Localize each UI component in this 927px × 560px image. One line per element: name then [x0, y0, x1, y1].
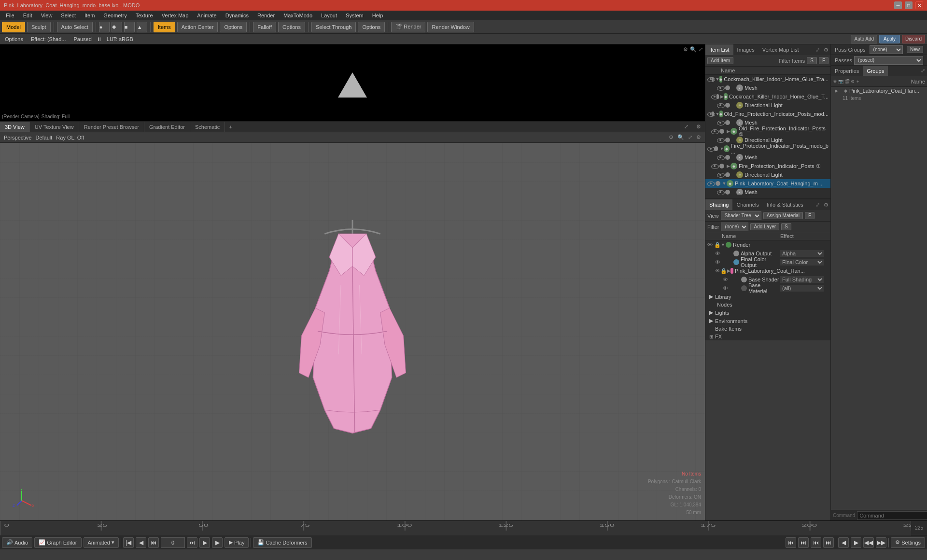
menu-maxtomodo[interactable]: MaxToModo: [280, 12, 316, 19]
menu-view[interactable]: View: [37, 12, 56, 19]
tab-render-preset[interactable]: Render Preset Browser: [79, 122, 144, 132]
preview-settings-icon[interactable]: ⚙: [683, 46, 688, 53]
item-row[interactable]: ▶ ◆ Cockroach_Killer_Indoor_Home_Glue_T.…: [705, 92, 830, 101]
discard-button[interactable]: Discard: [902, 35, 925, 43]
vp-settings[interactable]: ⚙: [696, 134, 701, 140]
item-row[interactable]: ☀ Directional Light: [705, 101, 830, 110]
transport-3[interactable]: ⏮: [811, 537, 821, 548]
model-btn[interactable]: Model: [2, 22, 25, 32]
play-button[interactable]: ▶: [199, 537, 210, 548]
tab-info-statistics[interactable]: Info & Statistics: [763, 199, 807, 210]
transport-6[interactable]: ▶: [851, 537, 861, 548]
mode-icon-2[interactable]: ◆: [112, 22, 122, 32]
item-row[interactable]: ▼ ◆ Old_Fire_Protection_Indicator_Posts_…: [705, 110, 830, 118]
options-btn-1[interactable]: Options: [220, 22, 247, 32]
tab-vertex-map-list[interactable]: Vertex Map List: [758, 44, 803, 55]
options-btn-3[interactable]: Options: [358, 22, 385, 32]
library-section[interactable]: ▶ Library: [705, 293, 830, 301]
options-btn-2[interactable]: Options: [278, 22, 305, 32]
il-expand-icon[interactable]: ⤢: [814, 47, 822, 53]
viewport-settings-icon[interactable]: ⚙: [692, 124, 705, 130]
render-window-btn[interactable]: Render Window: [427, 22, 474, 32]
new-button[interactable]: New: [907, 46, 923, 53]
apply-button[interactable]: Apply: [879, 35, 900, 43]
mode-icon-4[interactable]: ▲: [137, 22, 147, 32]
transport-2[interactable]: ⏭: [798, 537, 809, 548]
shading-settings-icon[interactable]: ⚙: [822, 202, 830, 208]
maximize-button[interactable]: □: [905, 1, 913, 9]
items-btn[interactable]: Items: [154, 22, 175, 32]
falloff-btn[interactable]: Falloff: [253, 22, 276, 32]
item-row[interactable]: ▶ ◆ Old_Fire_Protection_Indicator_Posts …: [705, 127, 830, 136]
groups-expand-icon[interactable]: ⤢: [919, 68, 927, 74]
menu-select[interactable]: Select: [57, 12, 80, 19]
menu-item[interactable]: Item: [81, 12, 98, 19]
frame-number-input[interactable]: [161, 537, 185, 548]
tab-uv-texture[interactable]: UV Texture View: [30, 122, 79, 132]
assign-material-button[interactable]: Assign Material: [763, 212, 803, 219]
go-to-start-button[interactable]: |◀: [123, 537, 134, 548]
next-frame-button[interactable]: ▶: [212, 537, 223, 548]
minimize-button[interactable]: ─: [894, 1, 902, 9]
groups-content[interactable]: ▶ ◆ Pink_Laboratory_Coat_Han... 11 Items: [831, 87, 927, 298]
command-input[interactable]: [857, 511, 927, 520]
tab-shading[interactable]: Shading: [705, 199, 732, 210]
item-row[interactable]: ▪ Mesh: [705, 188, 830, 195]
select-through-btn[interactable]: Select Through: [311, 22, 356, 32]
menu-file[interactable]: File: [2, 12, 18, 19]
item-list-content[interactable]: ▼ ◆ Cockroach_Killer_Indoor_Home_Glue_Tr…: [705, 75, 830, 195]
menu-vertex-map[interactable]: Vertex Map: [158, 12, 193, 19]
viewport-canvas[interactable]: X Z Y No Items Polygons : Catmull-Clark …: [0, 143, 705, 520]
ray-gl-label[interactable]: Ray GL: Off: [56, 135, 84, 140]
menu-render[interactable]: Render: [253, 12, 279, 19]
menu-layout[interactable]: Layout: [317, 12, 341, 19]
f-shortcut-button[interactable]: F: [805, 212, 815, 219]
tab-3d-view[interactable]: 3D View: [0, 122, 30, 132]
shade-row-pink-mat[interactable]: 👁 🔒 ▶ Pink_Laboratory_Coat_Han...: [705, 266, 830, 275]
action-center-btn[interactable]: Action Center: [177, 22, 218, 32]
item-row-selected[interactable]: ▼ ◆ Pink_Laboratory_Coat_Hanging_m ...: [705, 179, 830, 188]
viewport-expand-icon[interactable]: ⤢: [680, 124, 692, 130]
nodes-section[interactable]: Nodes: [705, 301, 830, 308]
filter-select[interactable]: (none): [721, 223, 748, 231]
transport-4[interactable]: ⏭: [823, 537, 834, 548]
audio-button[interactable]: 🔊 Audio: [2, 537, 32, 548]
tab-item-list[interactable]: Item List: [705, 44, 733, 55]
cache-deformers-button[interactable]: 💾 Cache Deformers: [253, 537, 311, 548]
shading-list[interactable]: 👁 🔒 ▼ Render 👁 Alpha Output: [705, 240, 830, 293]
prev-frame-button[interactable]: ◀: [136, 537, 146, 548]
add-tab-button[interactable]: +: [225, 123, 236, 131]
item-list-s-btn[interactable]: S: [807, 57, 817, 64]
auto-add-button[interactable]: Auto Add: [851, 35, 877, 43]
shading-expand-icon[interactable]: ⤢: [814, 202, 822, 208]
tab-gradient-editor[interactable]: Gradient Editor: [144, 122, 190, 132]
base-material-effect-select[interactable]: (all): [780, 285, 824, 292]
transport-7[interactable]: ◀◀: [863, 537, 874, 548]
animated-button[interactable]: Animated ▾: [84, 537, 119, 548]
play-fwd-button[interactable]: ▶ Play: [225, 537, 249, 548]
preview-expand-icon[interactable]: ⤢: [699, 46, 703, 53]
3d-viewport[interactable]: Perspective Default Ray GL: Off ⚙ 🔍 ⤢ ⚙: [0, 132, 705, 520]
bake-items-section[interactable]: Bake Items: [705, 325, 830, 333]
settings-button[interactable]: ⚙ Settings: [891, 537, 925, 548]
environments-section[interactable]: ▶ Environments: [705, 317, 830, 325]
render-btn[interactable]: 🎬 Render: [391, 22, 425, 32]
item-row[interactable]: ▶ ◆ Fire_Protection_Indicator_Posts ①: [705, 162, 830, 170]
fx-section[interactable]: ⊞ FX: [705, 333, 830, 340]
base-shader-effect-select[interactable]: Full Shading: [780, 276, 824, 283]
add-layer-button[interactable]: Add Layer: [750, 223, 779, 230]
tab-images[interactable]: Images: [733, 44, 758, 55]
vp-icon1[interactable]: ⚙: [669, 134, 674, 140]
perspective-label[interactable]: Perspective: [4, 135, 31, 140]
close-button[interactable]: ✕: [915, 1, 923, 9]
item-row[interactable]: ▼ ◆ Fire_Protection_Indicator_Posts_modo…: [705, 144, 830, 153]
vp-icon2[interactable]: 🔍: [677, 134, 684, 140]
shade-row-final-color[interactable]: 👁 Final Color Output Final Color: [705, 258, 830, 266]
item-row[interactable]: ▪ Mesh: [705, 84, 830, 92]
group-item[interactable]: ▶ ◆ Pink_Laboratory_Coat_Han...: [831, 87, 927, 95]
tab-schematic[interactable]: Schematic: [190, 122, 225, 132]
preview-zoom-icon[interactable]: 🔍: [690, 46, 697, 53]
add-item-button[interactable]: Add Item: [707, 57, 733, 64]
transport-1[interactable]: ⏮: [786, 537, 796, 548]
auto-select-btn[interactable]: Auto Select: [57, 22, 93, 32]
